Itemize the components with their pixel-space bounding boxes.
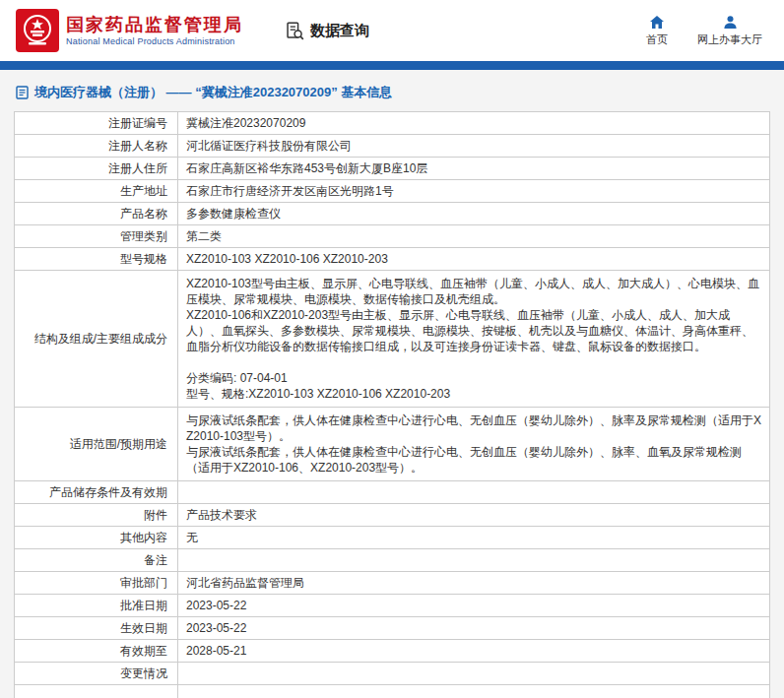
table-row: 产品名称 多参数健康检查仪 bbox=[15, 203, 770, 225]
row-value: 详情 bbox=[178, 685, 770, 698]
page-title: 境内医疗器械（注册） —— “冀械注准20232070209” 基本信息 bbox=[34, 84, 392, 101]
row-label: 产品储存条件及有效期 bbox=[15, 481, 178, 504]
header-divider-bar bbox=[0, 61, 784, 70]
table-row: 生产地址 石家庄市行唐经济开发区南区光明路1号 bbox=[15, 180, 770, 203]
row-label: 注 bbox=[15, 685, 178, 698]
row-label: 生效日期 bbox=[15, 617, 178, 640]
row-value: 2023-05-22 bbox=[178, 595, 770, 617]
row-value: 2028-05-21 bbox=[178, 640, 770, 663]
row-value: 无 bbox=[178, 527, 770, 549]
site-header: 国家药品监督管理局 National Medical Products Admi… bbox=[0, 0, 784, 61]
table-row: 其他内容 无 bbox=[15, 527, 770, 549]
brand-text: 国家药品监督管理局 National Medical Products Admi… bbox=[66, 15, 243, 47]
row-label: 注册人名称 bbox=[15, 135, 178, 158]
row-label: 结构及组成/主要组成成分 bbox=[15, 271, 178, 408]
row-value bbox=[178, 481, 770, 504]
row-value: XZ2010-103 XZ2010-106 XZ2010-203 bbox=[178, 248, 770, 271]
nav-online-hall-label: 网上办事大厅 bbox=[697, 32, 762, 47]
person-icon bbox=[723, 15, 738, 30]
row-value: 第二类 bbox=[178, 225, 770, 248]
row-label: 生产地址 bbox=[15, 180, 178, 203]
table-row: 产品储存条件及有效期 bbox=[15, 481, 770, 504]
header-nav: 首页 网上办事大厅 bbox=[646, 15, 768, 47]
row-value: 冀械注准20232070209 bbox=[178, 112, 770, 135]
table-row: 注册证编号 冀械注准20232070209 bbox=[15, 112, 770, 135]
row-value: 石家庄市行唐经济开发区南区光明路1号 bbox=[178, 180, 770, 203]
data-query-label: 数据查询 bbox=[310, 22, 369, 40]
table-row-note: 注 详情 bbox=[15, 685, 770, 698]
row-value: 多参数健康检查仪 bbox=[178, 203, 770, 225]
row-value: 河北循证医疗科技股份有限公司 bbox=[178, 135, 770, 158]
main-content: 境内医疗器械（注册） —— “冀械注准20232070209” 基本信息 注册证… bbox=[0, 70, 784, 698]
row-label: 注册人住所 bbox=[15, 158, 178, 180]
agency-name-cn: 国家药品监督管理局 bbox=[66, 15, 243, 35]
breadcrumb: 境内医疗器械（注册） —— “冀械注准20232070209” 基本信息 bbox=[16, 84, 770, 101]
table-row: 备注 bbox=[15, 549, 770, 572]
table-row: 结构及组成/主要组成成分 XZ2010-103型号由主板、显示屏、心电导联线、血… bbox=[15, 271, 770, 408]
national-emblem-icon bbox=[16, 9, 59, 52]
row-value: 产品技术要求 bbox=[178, 504, 770, 527]
row-value bbox=[178, 663, 770, 685]
document-search-icon bbox=[285, 21, 305, 41]
row-value: 河北省药品监督管理局 bbox=[178, 572, 770, 595]
nav-home-label: 首页 bbox=[646, 32, 668, 47]
row-label: 备注 bbox=[15, 549, 178, 572]
table-row: 变更情况 bbox=[15, 663, 770, 685]
row-label: 其他内容 bbox=[15, 527, 178, 549]
row-label: 管理类别 bbox=[15, 225, 178, 248]
table-row: 注册人住所 石家庄高新区裕华东路453号创新大厦B座10层 bbox=[15, 158, 770, 180]
row-label: 变更情况 bbox=[15, 663, 178, 685]
row-label: 有效期至 bbox=[15, 640, 178, 663]
row-label: 注册证编号 bbox=[15, 112, 178, 135]
row-value: 石家庄高新区裕华东路453号创新大厦B座10层 bbox=[178, 158, 770, 180]
table-row: 型号规格 XZ2010-103 XZ2010-106 XZ2010-203 bbox=[15, 248, 770, 271]
table-row: 有效期至 2028-05-21 bbox=[15, 640, 770, 663]
nav-home[interactable]: 首页 bbox=[646, 15, 668, 47]
nav-online-hall[interactable]: 网上办事大厅 bbox=[697, 15, 762, 47]
agency-name-en: National Medical Products Administration bbox=[66, 36, 243, 46]
table-row: 生效日期 2023-05-22 bbox=[15, 617, 770, 640]
data-query-nav[interactable]: 数据查询 bbox=[285, 21, 369, 41]
registration-info-table: 注册证编号 冀械注准20232070209 注册人名称 河北循证医疗科技股份有限… bbox=[14, 111, 770, 698]
nmpa-logo-brand[interactable]: 国家药品监督管理局 National Medical Products Admi… bbox=[16, 9, 243, 52]
table-row: 批准日期 2023-05-22 bbox=[15, 595, 770, 617]
document-icon bbox=[16, 86, 29, 99]
table-row: 注册人名称 河北循证医疗科技股份有限公司 bbox=[15, 135, 770, 158]
row-value bbox=[178, 549, 770, 572]
row-value: 与尿液试纸条配套，供人体在健康检查中心进行心电、无创血压（婴幼儿除外）、脉率及尿… bbox=[178, 408, 770, 481]
row-label: 适用范围/预期用途 bbox=[15, 408, 178, 481]
table-row: 管理类别 第二类 bbox=[15, 225, 770, 248]
table-row: 审批部门 河北省药品监督管理局 bbox=[15, 572, 770, 595]
row-label: 型号规格 bbox=[15, 248, 178, 271]
home-icon bbox=[649, 15, 665, 30]
row-label: 产品名称 bbox=[15, 203, 178, 225]
table-row: 适用范围/预期用途 与尿液试纸条配套，供人体在健康检查中心进行心电、无创血压（婴… bbox=[15, 408, 770, 481]
row-label: 附件 bbox=[15, 504, 178, 527]
row-label: 审批部门 bbox=[15, 572, 178, 595]
table-row: 附件 产品技术要求 bbox=[15, 504, 770, 527]
row-value: 2023-05-22 bbox=[178, 617, 770, 640]
row-value: XZ2010-103型号由主板、显示屏、心电导联线、血压袖带（儿童、小成人、成人… bbox=[178, 271, 770, 408]
row-label: 批准日期 bbox=[15, 595, 178, 617]
